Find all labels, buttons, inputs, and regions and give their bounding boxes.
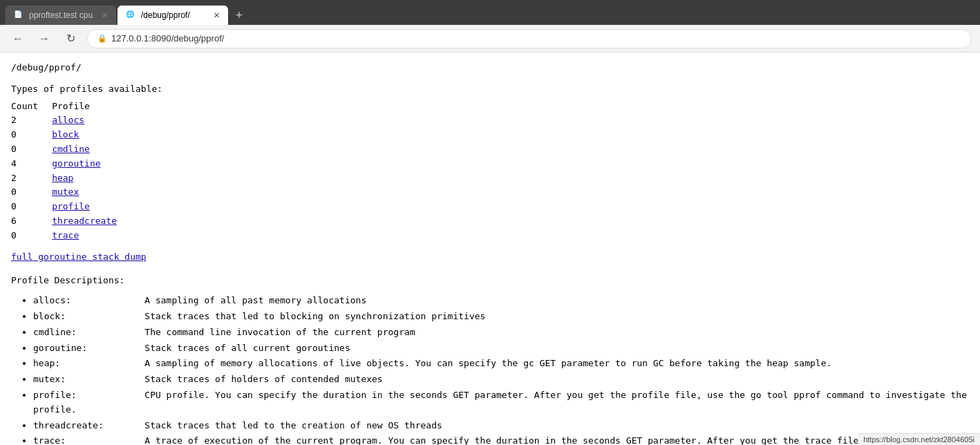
page-title: /debug/pprof/ bbox=[11, 61, 969, 75]
list-item: allocs: A sampling of all past memory al… bbox=[33, 294, 969, 308]
status-bar-url: https://blog.csdn.net/zkt2804605i bbox=[863, 435, 974, 444]
desc-key-7: threadcreate: bbox=[33, 419, 123, 433]
table-row: 0trace bbox=[11, 229, 131, 243]
desc-key-0: allocs: bbox=[33, 294, 123, 308]
table-row: 0cmdline bbox=[11, 142, 131, 157]
profile-name-cell-8: trace bbox=[52, 229, 131, 243]
reload-button[interactable]: ↻ bbox=[61, 29, 80, 48]
desc-key-8: trace: bbox=[33, 434, 123, 445]
desc-value-2: The command line invocation of the curre… bbox=[144, 327, 415, 337]
status-bar: https://blog.csdn.net/zkt2804605i bbox=[858, 433, 980, 445]
profile-count-6: 0 bbox=[11, 200, 52, 214]
descriptions-list: allocs: A sampling of all past memory al… bbox=[11, 294, 969, 445]
profile-name-cell-2: cmdline bbox=[52, 142, 131, 157]
desc-key-4: heap: bbox=[33, 357, 123, 371]
profile-count-3: 4 bbox=[11, 157, 52, 171]
forward-button[interactable]: → bbox=[35, 29, 54, 48]
list-item: cmdline: The command line invocation of … bbox=[33, 325, 969, 340]
desc-value-6: CPU profile. You can specify the duratio… bbox=[33, 390, 967, 415]
list-item: heap: A sampling of memory allocations o… bbox=[33, 357, 969, 371]
full-goroutine-stack-dump-link[interactable]: full goroutine stack dump bbox=[11, 250, 969, 265]
profile-name-cell-6: profile bbox=[52, 200, 131, 214]
profile-link-mutex[interactable]: mutex bbox=[52, 187, 79, 197]
tab-close-1[interactable]: ✕ bbox=[102, 11, 108, 20]
profile-header-row: Count Profile bbox=[11, 100, 131, 114]
profile-count-4: 2 bbox=[11, 171, 52, 186]
list-item: threadcreate: Stack traces that led to t… bbox=[33, 419, 969, 433]
profile-link-heap[interactable]: heap bbox=[52, 173, 73, 183]
descriptions-title: Profile Descriptions: bbox=[11, 274, 969, 288]
profile-link-block[interactable]: block bbox=[52, 129, 79, 140]
table-row: 2heap bbox=[11, 171, 131, 186]
desc-value-8: A trace of execution of the current prog… bbox=[33, 435, 951, 445]
types-label: Types of profiles available: bbox=[11, 82, 969, 97]
tab-favicon-1: 📄 bbox=[14, 10, 23, 20]
desc-value-5: Stack traces of holders of contended mut… bbox=[144, 374, 382, 384]
profile-table: Count Profile 2allocs0block0cmdline4goro… bbox=[11, 100, 131, 243]
tab-label-2: /debug/pprof/ bbox=[141, 10, 190, 20]
tab-debug-pprof[interactable]: 🌐 /debug/pprof/ ✕ bbox=[117, 6, 228, 25]
tab-bar: 📄 pproftest.test cpu ✕ 🌐 /debug/pprof/ ✕… bbox=[6, 0, 249, 25]
profile-count-7: 6 bbox=[11, 214, 52, 229]
address-bar: ← → ↻ 🔒 127.0.0.1:8090/debug/pprof/ bbox=[0, 25, 980, 53]
desc-value-4: A sampling of memory allocations of live… bbox=[144, 358, 831, 368]
header-count: Count bbox=[11, 100, 52, 114]
profile-link-threadcreate[interactable]: threadcreate bbox=[52, 216, 117, 226]
list-item: block: Stack traces that led to blocking… bbox=[33, 310, 969, 324]
back-button[interactable]: ← bbox=[8, 29, 28, 48]
address-text: 127.0.0.1:8090/debug/pprof/ bbox=[111, 33, 224, 44]
desc-value-0: A sampling of all past memory allocation… bbox=[144, 295, 366, 305]
desc-key-5: mutex: bbox=[33, 372, 123, 387]
list-item: trace: A trace of execution of the curre… bbox=[33, 434, 969, 445]
table-row: 6threadcreate bbox=[11, 214, 131, 229]
desc-value-7: Stack traces that led to the creation of… bbox=[144, 420, 442, 430]
profile-name-cell-3: goroutine bbox=[52, 157, 131, 171]
tab-favicon-2: 🌐 bbox=[126, 10, 135, 20]
list-item: mutex: Stack traces of holders of conten… bbox=[33, 372, 969, 387]
tab-pproftest[interactable]: 📄 pproftest.test cpu ✕ bbox=[6, 6, 116, 25]
address-bar-input[interactable]: 🔒 127.0.0.1:8090/debug/pprof/ bbox=[87, 29, 972, 48]
list-item: profile: CPU profile. You can specify th… bbox=[33, 388, 969, 417]
desc-key-6: profile: bbox=[33, 388, 123, 403]
table-row: 2allocs bbox=[11, 113, 131, 128]
profile-name-cell-1: block bbox=[52, 128, 131, 142]
page-content: /debug/pprof/ Types of profiles availabl… bbox=[0, 53, 980, 445]
desc-key-3: goroutine: bbox=[33, 341, 123, 356]
new-tab-button[interactable]: + bbox=[229, 6, 249, 25]
profile-count-2: 0 bbox=[11, 142, 52, 157]
profile-count-8: 0 bbox=[11, 229, 52, 243]
table-row: 0block bbox=[11, 128, 131, 142]
profile-count-0: 2 bbox=[11, 113, 52, 128]
profile-name-cell-5: mutex bbox=[52, 185, 131, 200]
profile-link-cmdline[interactable]: cmdline bbox=[52, 144, 90, 154]
profile-count-1: 0 bbox=[11, 128, 52, 142]
tab-label-1: pproftest.test cpu bbox=[29, 10, 93, 20]
table-row: 4goroutine bbox=[11, 157, 131, 171]
profile-name-cell-4: heap bbox=[52, 171, 131, 186]
desc-value-1: Stack traces that led to blocking on syn… bbox=[144, 311, 485, 321]
profile-name-cell-0: allocs bbox=[52, 113, 131, 128]
desc-key-1: block: bbox=[33, 310, 123, 324]
desc-value-3: Stack traces of all current goroutines bbox=[144, 343, 350, 353]
profile-link-allocs[interactable]: allocs bbox=[52, 115, 84, 125]
table-row: 0profile bbox=[11, 200, 131, 214]
browser-chrome: 📄 pproftest.test cpu ✕ 🌐 /debug/pprof/ ✕… bbox=[0, 0, 980, 25]
table-row: 0mutex bbox=[11, 185, 131, 200]
profile-link-profile[interactable]: profile bbox=[52, 201, 90, 211]
profile-link-goroutine[interactable]: goroutine bbox=[52, 158, 100, 169]
lock-icon: 🔒 bbox=[97, 34, 107, 43]
header-profile: Profile bbox=[52, 100, 131, 114]
desc-key-2: cmdline: bbox=[33, 325, 123, 340]
list-item: goroutine: Stack traces of all current g… bbox=[33, 341, 969, 356]
profile-link-trace[interactable]: trace bbox=[52, 230, 79, 240]
tab-close-2[interactable]: ✕ bbox=[214, 11, 220, 20]
profile-name-cell-7: threadcreate bbox=[52, 214, 131, 229]
profile-count-5: 0 bbox=[11, 185, 52, 200]
